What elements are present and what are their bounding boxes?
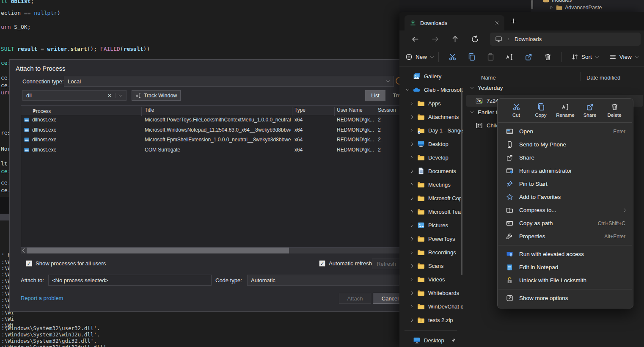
sidebar-item[interactable]: Develop (399, 151, 463, 164)
menu-item[interactable]: Unlock with File Locksmith (498, 274, 633, 287)
chevron-icon[interactable] (410, 169, 414, 174)
chevron-icon[interactable] (410, 277, 414, 282)
horizontal-scrollbar[interactable] (21, 248, 400, 253)
close-tab-icon[interactable] (494, 20, 499, 25)
sidebar-item[interactable]: Microsoft Cop (399, 191, 463, 205)
menu-item[interactable]: Run as administrator (498, 164, 633, 177)
scrollbar-thumb[interactable] (531, 0, 533, 9)
chevron-icon[interactable] (410, 155, 414, 160)
chevron-icon[interactable] (410, 115, 414, 119)
sidebar-item[interactable]: Microsoft Tear (399, 205, 463, 218)
scroll-left-icon[interactable] (21, 248, 27, 253)
share-button[interactable] (525, 53, 533, 61)
expand-triangle-icon[interactable] (549, 5, 553, 10)
rename-button[interactable] (506, 53, 514, 61)
menu-item[interactable]: Share (498, 151, 633, 164)
table-row[interactable]: dllhost.exe Microsoft.EpmShellExtension_… (21, 135, 399, 145)
sidebar-item[interactable]: Documents (399, 164, 463, 178)
delete-button[interactable] (544, 53, 552, 61)
menu-item[interactable]: Properties Alt+Enter (498, 230, 633, 243)
breadcrumb[interactable]: Downloads (515, 36, 542, 42)
sidebar-item[interactable]: tests 2.zip (399, 313, 463, 327)
chevron-icon[interactable] (410, 128, 414, 133)
chevron-icon[interactable] (410, 304, 414, 309)
tree-item-advancedpaste[interactable]: AdvancedPaste (549, 4, 602, 11)
attach-button[interactable]: Attach (339, 293, 371, 304)
sidebar-item[interactable]: Day 1 - Sangee (399, 124, 463, 137)
list-view-button[interactable]: List (365, 90, 385, 101)
sidebar-item[interactable]: Desktop (399, 137, 463, 151)
sidebar-item[interactable]: Videos (399, 273, 463, 286)
sidebar-item[interactable]: PowerToys (399, 232, 463, 245)
menu-item[interactable]: Copy as path Ctrl+Shift+C (498, 217, 633, 230)
clear-filter-icon[interactable]: ✕ (107, 93, 112, 99)
quick-action-button[interactable]: Share (579, 103, 601, 118)
quick-action-button[interactable]: Delete (603, 103, 625, 118)
sidebar-item[interactable]: Desktop (399, 333, 463, 347)
scrollbar-thumb[interactable] (27, 248, 289, 253)
forward-icon[interactable] (431, 35, 439, 43)
quick-action-button[interactable]: Cut (505, 103, 527, 118)
sort-button[interactable]: Sort (571, 53, 599, 61)
table-row[interactable]: dllhost.exe COM Surrogate x64 REDMOND\gk… (21, 145, 399, 155)
chevron-icon[interactable] (410, 237, 414, 241)
attach-to-field[interactable]: <No process selected> (48, 275, 212, 286)
output-splitter[interactable] (0, 214, 9, 220)
auto-refresh-checkbox[interactable]: ✓ Automatic refresh (319, 260, 372, 267)
sidebar-scrollbar[interactable] (461, 89, 462, 275)
sidebar-item[interactable]: Gleb - Microsoft (399, 83, 463, 96)
menu-item[interactable]: Compress to... (498, 204, 633, 217)
chevron-icon[interactable] (405, 88, 410, 92)
process-table-header[interactable]: Process ▲ Title Type User Name Session (21, 106, 399, 115)
sidebar-item[interactable]: Scans (399, 259, 463, 273)
chevron-icon[interactable] (410, 101, 414, 106)
chevron-icon[interactable] (410, 209, 414, 214)
copy-button[interactable] (468, 53, 476, 61)
sidebar-item[interactable]: Recordings (399, 245, 463, 259)
chevron-icon[interactable] (410, 196, 414, 201)
code-type-dropdown[interactable]: Automatic (247, 275, 399, 286)
back-icon[interactable] (411, 35, 419, 43)
sidebar-item[interactable]: Attachments (399, 110, 463, 124)
sidebar-item[interactable]: Pictures (399, 218, 463, 232)
chevron-icon[interactable] (410, 182, 414, 187)
collapse-icon[interactable] (470, 110, 474, 115)
menu-item[interactable]: Run with elevated access (498, 248, 633, 261)
sidebar-item[interactable]: Whiteboards (399, 286, 463, 300)
column-date-modified[interactable]: Date modified (586, 74, 620, 81)
process-filter-input[interactable]: dll ✕ (22, 90, 127, 101)
chevron-icon[interactable] (410, 318, 414, 322)
paste-button[interactable] (487, 53, 495, 61)
show-all-users-checkbox[interactable]: ✓ Show processes for all users (26, 260, 106, 267)
refresh-button[interactable]: Refresh (372, 259, 401, 269)
filter-dropdown-icon[interactable] (115, 93, 123, 98)
chevron-icon[interactable] (405, 338, 410, 343)
chevron-icon[interactable] (410, 250, 414, 255)
chevron-icon[interactable] (410, 264, 414, 268)
up-icon[interactable] (451, 35, 459, 43)
refresh-icon[interactable] (471, 35, 479, 43)
connection-type-dropdown[interactable]: Local (64, 76, 394, 87)
quick-action-button[interactable]: Copy (530, 103, 552, 118)
sidebar-item[interactable]: Gallery (399, 69, 463, 83)
group-earlier[interactable]: Earlier t (470, 109, 498, 116)
group-yesterday[interactable]: Yesterday (470, 85, 503, 91)
table-row[interactable]: dllhost.exe Microsoft.WindowsNotepad_11.… (21, 125, 399, 135)
sidebar-item[interactable]: Meetings (399, 178, 463, 191)
column-name[interactable]: Name (481, 74, 496, 81)
chevron-icon[interactable] (405, 74, 410, 79)
tab-downloads[interactable]: Downloads (405, 15, 504, 30)
collapse-icon[interactable] (470, 85, 474, 90)
report-problem-link[interactable]: Report a problem (21, 295, 63, 301)
track-window-button[interactable]: Track Window (132, 90, 181, 101)
menu-item[interactable]: Send to My Phone (498, 138, 633, 151)
view-button[interactable]: View (609, 53, 639, 61)
menu-item[interactable]: Add to Favorites (498, 190, 633, 204)
sidebar-item[interactable]: WinDevChat c (399, 300, 463, 313)
sidebar-item[interactable]: Apps (399, 96, 463, 110)
chevron-icon[interactable] (410, 291, 414, 295)
new-tab-icon[interactable] (510, 18, 517, 24)
chevron-icon[interactable] (410, 142, 414, 146)
chevron-icon[interactable] (410, 223, 414, 228)
menu-item[interactable]: Pin to Start (498, 177, 633, 190)
